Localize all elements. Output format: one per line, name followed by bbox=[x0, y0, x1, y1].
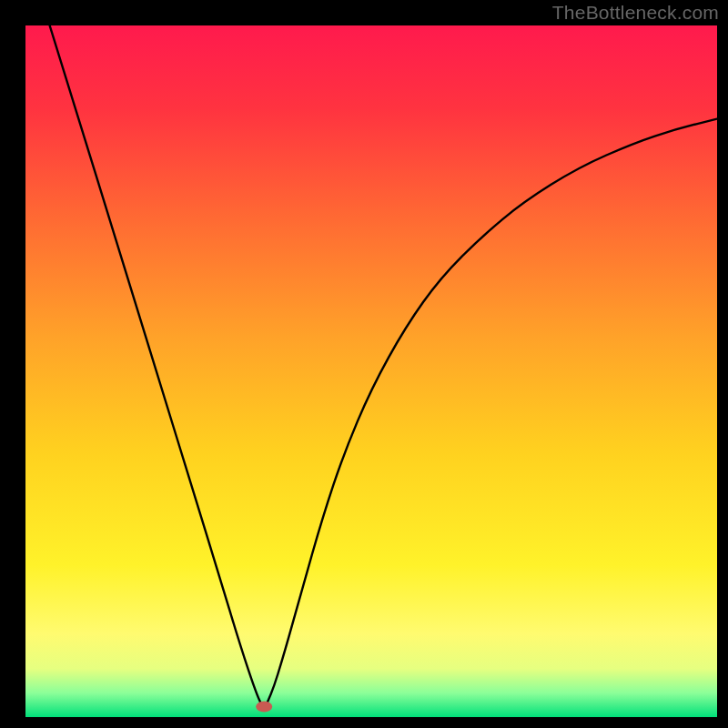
optimum-marker bbox=[256, 702, 272, 713]
plot-area bbox=[25, 25, 717, 717]
gradient-background bbox=[25, 25, 717, 717]
plot-svg bbox=[25, 25, 717, 717]
chart-frame: TheBottleneck.com bbox=[0, 0, 728, 728]
watermark-text: TheBottleneck.com bbox=[552, 2, 719, 24]
